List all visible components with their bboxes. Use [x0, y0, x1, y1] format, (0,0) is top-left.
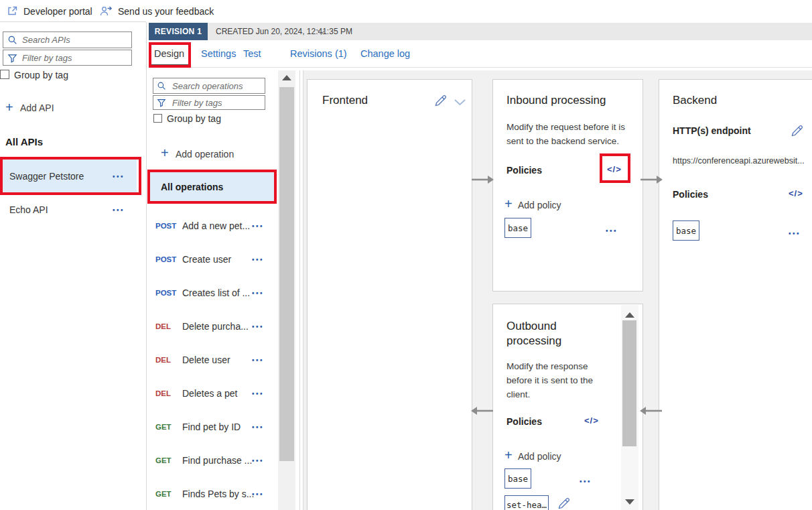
method-badge: DEL	[155, 319, 171, 334]
tabs-bottom-border	[149, 67, 812, 68]
operation-more-button[interactable]: •••	[252, 290, 264, 297]
outbound-scrollbar-thumb[interactable]	[622, 320, 636, 446]
operation-more-button[interactable]: •••	[252, 256, 264, 263]
search-operations-input[interactable]	[153, 78, 265, 94]
operation-name: Find pet by ID	[182, 420, 241, 434]
operation-name: Find purchase ...	[182, 453, 252, 468]
tab-change-log[interactable]: Change log	[360, 48, 410, 59]
operation-more-button[interactable]: •••	[252, 424, 264, 431]
developer-portal-link[interactable]: Developer portal	[7, 0, 92, 22]
operation-name: Delete user	[182, 353, 230, 367]
inbound-policies-label: Policies	[506, 165, 542, 176]
operation-row[interactable]: POST Add a new pet... •••	[149, 218, 276, 233]
edit-pencil-icon[interactable]	[557, 497, 571, 510]
method-badge: POST	[155, 252, 176, 267]
operation-more-button[interactable]: •••	[252, 323, 264, 330]
operation-name: Create user	[182, 252, 231, 267]
backend-policies-label: Policies	[673, 189, 708, 200]
operation-more-button[interactable]: •••	[252, 491, 264, 498]
tab-design-underline	[151, 64, 190, 67]
all-operations-item[interactable]: All operations	[149, 172, 276, 202]
scroll-up-icon[interactable]	[282, 75, 291, 80]
method-badge: GET	[155, 453, 172, 468]
operation-row[interactable]: DEL Deletes a pet •••	[149, 386, 276, 401]
operation-more-button[interactable]: •••	[252, 357, 264, 364]
backend-endpoint-label: HTTP(s) endpoint	[673, 125, 751, 136]
backend-policy-base-chip[interactable]: base	[673, 220, 699, 241]
api-item-echo-api[interactable]: Echo API •••	[0, 195, 137, 225]
tab-revisions[interactable]: Revisions (1)	[290, 48, 347, 59]
feedback-link[interactable]: Send us your feedback	[99, 0, 214, 22]
plus-icon: +	[504, 197, 513, 210]
search-apis-input[interactable]	[3, 31, 132, 48]
inbound-description: Modify the request before it is sent to …	[506, 120, 640, 148]
operation-row[interactable]: POST Create user •••	[149, 252, 276, 267]
operation-row[interactable]: POST Creates list of ... •••	[149, 285, 276, 300]
filter-operations-input[interactable]	[153, 95, 265, 110]
operation-row[interactable]: GET Find purchase ... •••	[149, 453, 276, 468]
policy-chip-label: set-hea…	[506, 500, 547, 510]
edit-pencil-icon[interactable]	[433, 94, 448, 108]
scroll-down-icon[interactable]	[625, 499, 634, 505]
frontend-title: Frontend	[322, 93, 368, 108]
scroll-up-icon[interactable]	[625, 312, 634, 318]
group-by-tag-checkbox[interactable]	[0, 70, 9, 79]
tab-settings[interactable]: Settings	[201, 48, 236, 59]
add-api-label: Add API	[20, 103, 54, 113]
arrow-right-icon	[639, 174, 663, 186]
tab-test[interactable]: Test	[243, 48, 261, 59]
method-badge: DEL	[155, 386, 171, 401]
api-management-design-page: Developer portal Send us your feedback G…	[0, 0, 812, 510]
add-api-button[interactable]: + Add API	[5, 101, 86, 115]
inbound-add-policy-button[interactable]: + Add policy	[504, 197, 578, 212]
filter-tags-input[interactable]	[3, 50, 132, 66]
edit-pencil-icon[interactable]	[790, 124, 804, 138]
code-editor-icon[interactable]: </>	[607, 164, 622, 174]
inbound-title: Inbound processing	[506, 93, 606, 108]
outbound-policy-set-header-chip[interactable]: set-hea…	[504, 495, 549, 510]
group-by-tag-operations-checkbox[interactable]	[153, 114, 162, 123]
plus-icon: +	[161, 146, 169, 160]
method-badge: POST	[155, 285, 176, 300]
api-more-button[interactable]: •••	[113, 206, 125, 214]
operation-more-button[interactable]: •••	[252, 222, 264, 230]
arrow-left-icon	[470, 405, 494, 417]
operations-scrollbar-thumb[interactable]	[279, 87, 294, 461]
code-editor-icon[interactable]: </>	[584, 416, 599, 426]
operation-row[interactable]: GET Finds Pets by s... •••	[149, 487, 276, 501]
method-badge: POST	[155, 218, 176, 233]
outbound-policy-more-button[interactable]: •••	[580, 478, 592, 485]
revision-chevron-down-icon[interactable]	[316, 29, 326, 36]
api-more-button[interactable]: •••	[113, 173, 125, 180]
add-policy-label: Add policy	[518, 451, 561, 462]
operation-more-button[interactable]: •••	[252, 457, 264, 464]
group-by-tag-operations-label: Group by tag	[167, 113, 221, 124]
inbound-processing-card: Inbound processing Modify the request be…	[492, 79, 643, 292]
sidebar-divider	[146, 22, 147, 510]
operation-row[interactable]: GET Find pet by ID •••	[149, 420, 276, 434]
chevron-down-icon[interactable]	[454, 99, 466, 106]
operation-name: Add a new pet...	[182, 218, 250, 233]
operation-name: Creates list of ...	[182, 285, 250, 300]
add-operation-button[interactable]: + Add operation	[161, 146, 255, 161]
operation-row[interactable]: DEL Delete purcha... •••	[149, 319, 276, 334]
outbound-policies-label: Policies	[506, 416, 542, 427]
operation-more-button[interactable]: •••	[252, 390, 264, 397]
plus-icon: +	[5, 101, 13, 114]
frontend-card: Frontend	[307, 79, 472, 510]
inbound-policy-base-chip[interactable]: base	[504, 218, 531, 238]
operation-row[interactable]: DEL Delete user •••	[149, 353, 276, 367]
outbound-policy-base-chip[interactable]: base	[504, 468, 531, 489]
inbound-policy-more-button[interactable]: •••	[606, 227, 618, 235]
add-policy-label: Add policy	[518, 200, 561, 210]
code-editor-icon[interactable]: </>	[789, 188, 803, 198]
tab-design[interactable]: Design	[154, 48, 184, 59]
api-item-swagger-petstore[interactable]: Swagger Petstore •••	[0, 159, 137, 193]
outbound-add-policy-button[interactable]: + Add policy	[504, 448, 578, 463]
revision-badge: REVISION 1	[149, 23, 208, 40]
backend-policy-more-button[interactable]: •••	[789, 230, 801, 237]
backend-card: Backend HTTP(s) endpoint https://confere…	[659, 79, 812, 510]
backend-endpoint-url: https://conferenceapi.azurewebsit...	[673, 156, 812, 166]
operation-name: Deletes a pet	[182, 386, 238, 401]
all-operations-label: All operations	[161, 182, 223, 192]
